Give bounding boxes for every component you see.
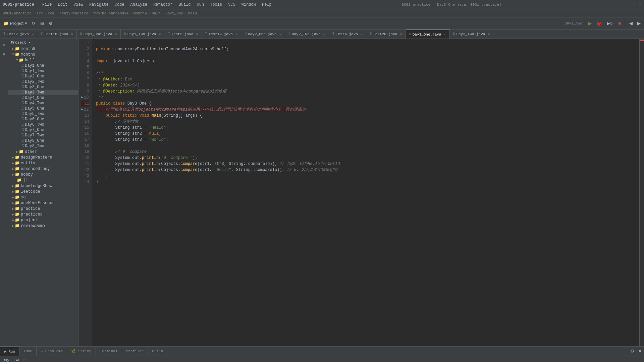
- tab-test2[interactable]: TTest2.java✕: [0, 29, 37, 39]
- tree-item-jt[interactable]: 📁 jt: [8, 177, 78, 183]
- maximize-btn[interactable]: □: [634, 2, 636, 7]
- tree-item-day3one[interactable]: C Day3_One: [8, 84, 78, 90]
- tree-item-knowledgeshow[interactable]: ▶ 📁 knowledgeShow: [8, 183, 78, 189]
- tab-close-icon[interactable]: ✕: [444, 33, 446, 37]
- expand-arrow[interactable]: ▶: [81, 95, 83, 101]
- stop-btn[interactable]: ■: [616, 19, 623, 27]
- menu-code[interactable]: Code: [112, 2, 127, 8]
- tree-item-other[interactable]: ▶ 📁 other: [8, 149, 78, 155]
- tree-item-reviewdemo[interactable]: ▶ 📁 reviewDemo: [8, 223, 78, 229]
- toolbar-fwd[interactable]: ▶: [635, 19, 643, 27]
- path-segment[interactable]: com: [48, 11, 55, 15]
- toolbar-collapse[interactable]: ⊟: [38, 19, 46, 27]
- tab-close-icon[interactable]: ✕: [323, 32, 325, 36]
- tab-close-icon[interactable]: ✕: [196, 32, 198, 36]
- menu-tools[interactable]: Tools: [207, 2, 225, 8]
- tab-close-icon[interactable]: ✕: [488, 32, 490, 36]
- menu-run[interactable]: Run: [194, 2, 207, 8]
- path-segment[interactable]: month9: [133, 11, 147, 15]
- close-btn[interactable]: ✕: [639, 2, 641, 7]
- tab-close-icon[interactable]: ✕: [361, 32, 363, 36]
- panel-settings-btn[interactable]: ⚙: [628, 347, 636, 355]
- tree-item-entity[interactable]: ▶ 📁 entity: [8, 160, 78, 166]
- menu-file[interactable]: File: [40, 2, 55, 8]
- tab-close-icon[interactable]: ✕: [235, 32, 237, 36]
- tab-test3[interactable]: TTest3.java✕: [164, 29, 202, 39]
- run-btn[interactable]: ▶: [586, 19, 594, 28]
- tree-item-project[interactable]: ▶ 📁 project: [8, 217, 78, 223]
- path-segment[interactable]: half: [152, 11, 160, 15]
- tab-day2one[interactable]: DDay2_One.java✕: [241, 29, 285, 39]
- favorites-icon[interactable]: ★: [2, 40, 6, 49]
- tab-profiler[interactable]: Profiler: [122, 347, 148, 356]
- menu-navigate[interactable]: Navigate: [87, 2, 111, 8]
- path-segment[interactable]: 0001-practice: [3, 11, 32, 15]
- minimize-btn[interactable]: ─: [629, 2, 631, 7]
- menu-refactor[interactable]: Refactor: [151, 2, 175, 8]
- tree-item-month9[interactable]: ▼ 📁 month9: [8, 52, 78, 57]
- menu-view[interactable]: View: [71, 2, 86, 8]
- tree-item-half[interactable]: ▼ 📁 half: [8, 57, 78, 63]
- tab-day2two[interactable]: DDay2_Two.java✕: [285, 29, 329, 39]
- code-content[interactable]: package com.crazyPractice.twoThousandAnd…: [92, 39, 639, 346]
- tree-item-day2two[interactable]: C Day2_Two: [8, 79, 78, 84]
- toolbar-sync[interactable]: ⟳: [30, 19, 38, 27]
- tab-day1two[interactable]: DDay1_Two.java✕: [121, 29, 165, 39]
- path-segment[interactable]: twoThousandAnd24: [93, 11, 129, 15]
- tree-item-day7one[interactable]: C Day7_One: [8, 127, 78, 133]
- tab-test19[interactable]: TTest19.java✕: [202, 29, 241, 39]
- toolbar-back[interactable]: ◀: [627, 19, 635, 27]
- tree-item-day5two[interactable]: C Day5_Two: [8, 111, 78, 117]
- tree-item-leetcode[interactable]: ▶ 📁 leetcode: [8, 189, 78, 194]
- tab-close-icon[interactable]: ✕: [115, 32, 117, 36]
- path-segment[interactable]: main: [188, 11, 197, 15]
- tree-item-day6two[interactable]: C Day6_Two: [8, 122, 78, 127]
- menu-vcs[interactable]: VCS: [225, 2, 238, 8]
- path-segment[interactable]: crazyPractice: [59, 11, 88, 15]
- tab-close-icon[interactable]: ✕: [32, 32, 34, 36]
- toolbar-settings[interactable]: ⚙: [47, 19, 55, 27]
- tree-item-oneweekessence[interactable]: ▶ 📁 oneWeekEssence: [8, 200, 78, 206]
- tree-item-mq[interactable]: ▶ 📁 mq: [8, 194, 78, 200]
- debug-btn[interactable]: 🐞: [594, 19, 604, 27]
- tree-item-designpattern[interactable]: ▶ 📁 designPattern: [8, 155, 78, 160]
- project-btn[interactable]: 📁 Project ▾: [1, 19, 29, 27]
- menu-analyze[interactable]: Analyze: [127, 2, 150, 8]
- code-editor[interactable]: 1 2 3 4 5 6 7 8 9 ▶10 11 ▶12 13 14 15 16…: [78, 39, 644, 346]
- tree-item-day5one[interactable]: C Day5_One: [8, 106, 78, 111]
- expand-arrow[interactable]: ▶: [81, 107, 83, 113]
- tree-item-month8[interactable]: ▶ 📁 month8: [8, 46, 78, 52]
- tab-day1one[interactable]: DDay1_One.java✕: [77, 29, 121, 39]
- tree-item-day3two[interactable]: C Day3_Two: [8, 90, 78, 95]
- menu-window[interactable]: Window: [239, 2, 259, 8]
- menu-build[interactable]: Build: [176, 2, 194, 8]
- tree-item-day8two[interactable]: C Day8_Two: [8, 143, 78, 149]
- tree-item-day2one[interactable]: C Day2_One: [8, 74, 78, 79]
- tree-item-day8one[interactable]: C Day8_One: [8, 138, 78, 143]
- tree-item-day4two[interactable]: C Day4_Two: [8, 101, 78, 106]
- menu-edit[interactable]: Edit: [55, 2, 70, 8]
- tree-item-day7two[interactable]: C Day7_Two: [8, 133, 78, 138]
- tab-spring[interactable]: 🌿 Spring: [67, 347, 96, 356]
- tab-test18[interactable]: TTest18.java✕: [37, 29, 77, 39]
- tree-item-day1two[interactable]: C Day1_Two: [8, 68, 78, 74]
- tab-test4[interactable]: TTest4.java✕: [329, 29, 366, 39]
- path-segment[interactable]: Day3_One: [165, 11, 183, 15]
- tab-close-icon[interactable]: ✕: [400, 32, 402, 36]
- tree-item-essencestudy[interactable]: ▶ 📁 essenceStudy: [8, 166, 78, 172]
- tab-todo[interactable]: TODO: [19, 347, 37, 356]
- tab-terminal[interactable]: Terminal: [96, 347, 122, 356]
- tree-item-day1one[interactable]: C Day1_One: [8, 63, 78, 68]
- tree-item-practiced[interactable]: ▶ 📁 practiced: [8, 212, 78, 217]
- tab-day3two[interactable]: DDay3_Two.java✕: [450, 29, 494, 39]
- structure-icon[interactable]: ≡: [2, 51, 6, 59]
- tree-item-practice[interactable]: ▶ 📁 practice: [8, 206, 78, 212]
- tab-close-icon[interactable]: ✕: [279, 32, 281, 36]
- panel-close-btn[interactable]: ✕: [636, 347, 644, 355]
- tree-item-hobby[interactable]: ▶ 📁 hobby: [8, 172, 78, 177]
- run-coverage-btn[interactable]: ▶▷: [605, 19, 615, 27]
- tab-day3one[interactable]: DDay3_One.java✕: [406, 29, 450, 39]
- tab-test20[interactable]: TTest20.java✕: [366, 29, 406, 39]
- tab-run[interactable]: ▶ Run: [0, 347, 19, 356]
- tree-item-day6one[interactable]: C Day6_One: [8, 117, 78, 122]
